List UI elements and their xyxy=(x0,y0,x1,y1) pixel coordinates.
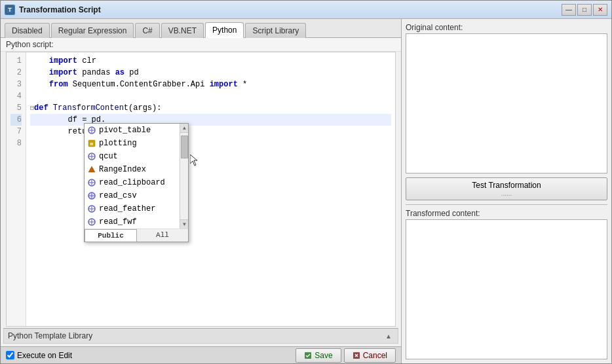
ac-item-read-fwf[interactable]: read_fwf xyxy=(85,215,188,228)
ac-label-read-csv: read_csv xyxy=(99,191,137,200)
execute-on-edit-label[interactable]: Execute on Edit xyxy=(6,351,72,360)
transformed-content-section: Transformed content: xyxy=(406,209,607,359)
ac-scroll-thumb[interactable] xyxy=(181,136,188,158)
autocomplete-list[interactable]: pivot_table m plotting xyxy=(85,124,188,228)
ac-label-rangeindex: RangeIndex xyxy=(99,165,146,174)
main-content: Disabled Regular Expression C# VB.NET Py… xyxy=(1,19,611,363)
script-label: Python script: xyxy=(1,38,401,52)
code-line-2: import pandas as pd xyxy=(30,67,391,79)
tabs-bar: Disabled Regular Expression C# VB.NET Py… xyxy=(1,19,401,38)
ac-icon-module: m xyxy=(87,139,96,148)
ac-label-read-clipboard: read_clipboard xyxy=(99,178,165,187)
ac-scroll-up[interactable]: ▲ xyxy=(180,124,188,133)
ac-label-read-fwf: read_fwf xyxy=(99,217,137,227)
cancel-button[interactable]: Cancel xyxy=(344,348,396,363)
right-panel: Original content: Test Transformation ..… xyxy=(402,19,611,363)
title-bar: T Transformation Script — □ ✕ xyxy=(1,1,611,19)
bottom-strip: Execute on Edit Save xyxy=(1,346,401,363)
ac-item-rangeindex[interactable]: RangeIndex xyxy=(85,163,188,176)
code-line-1: import clr xyxy=(30,55,391,67)
main-window: T Transformation Script — □ ✕ Disabled R… xyxy=(0,0,612,364)
tab-regex[interactable]: Regular Expression xyxy=(51,23,134,38)
ac-icon-read-clipboard xyxy=(87,178,96,187)
ac-tab-public[interactable]: Public xyxy=(85,229,137,242)
window-title: Transformation Script xyxy=(19,5,558,14)
original-content-section: Original content: xyxy=(406,23,607,173)
tab-python[interactable]: Python xyxy=(205,22,244,38)
window-controls: — □ ✕ xyxy=(562,4,607,16)
ac-item-plotting[interactable]: m plotting xyxy=(85,137,188,150)
svg-text:m: m xyxy=(90,141,94,147)
test-btn-dots: ...... xyxy=(413,190,600,197)
tab-script-library[interactable]: Script Library xyxy=(245,23,306,38)
ac-icon-read-feather xyxy=(87,204,96,213)
close-button[interactable]: ✕ xyxy=(593,4,607,16)
ac-label-pivot-table: pivot_table xyxy=(99,126,151,135)
ac-item-read-csv[interactable]: read_csv xyxy=(85,189,188,202)
library-label: Python Template Library xyxy=(8,331,383,340)
ac-label-qcut: qcut xyxy=(99,152,118,161)
code-editor[interactable]: 1 2 3 4 5 6 7 8 import clr import pandas… xyxy=(6,52,396,327)
left-panel: Disabled Regular Expression C# VB.NET Py… xyxy=(1,19,402,363)
ac-icon-pivot xyxy=(87,126,96,135)
original-content-box[interactable] xyxy=(406,33,607,173)
code-line-5: ⊟def TransformContent(args): xyxy=(30,102,391,114)
ac-item-read-clipboard[interactable]: read_clipboard xyxy=(85,176,188,189)
save-icon xyxy=(304,352,312,359)
ac-item-read-feather[interactable]: read_feather xyxy=(85,202,188,215)
ac-scrollbar: ▲ ▼ xyxy=(180,124,188,228)
ac-tab-all[interactable]: All xyxy=(137,229,188,242)
ac-icon-class xyxy=(87,165,96,174)
save-button[interactable]: Save xyxy=(296,348,341,363)
tab-vbnet[interactable]: VB.NET xyxy=(161,23,204,38)
ac-label-read-feather: read_feather xyxy=(99,204,155,213)
minimize-button[interactable]: — xyxy=(562,4,576,16)
autocomplete-dropdown: pivot_table m plotting xyxy=(84,123,189,242)
test-transformation-button[interactable]: Test Transformation ...... xyxy=(406,177,607,200)
tab-csharp[interactable]: C# xyxy=(135,23,159,38)
code-content[interactable]: import clr import pandas as pd from Sequ… xyxy=(26,52,395,326)
cancel-icon xyxy=(353,352,360,359)
ac-footer: Public All xyxy=(85,228,188,242)
maximize-button[interactable]: □ xyxy=(577,4,592,16)
collapse-button[interactable]: ▲ xyxy=(383,331,394,341)
svg-marker-10 xyxy=(88,166,95,172)
ac-icon-read-csv xyxy=(87,191,96,200)
ac-scroll-down[interactable]: ▼ xyxy=(180,219,188,228)
separator xyxy=(406,204,607,205)
code-line-4 xyxy=(30,90,391,102)
ac-item-qcut[interactable]: qcut xyxy=(85,150,188,163)
ac-item-pivot-table[interactable]: pivot_table xyxy=(85,124,188,137)
original-label: Original content: xyxy=(406,23,607,32)
ac-label-plotting: plotting xyxy=(99,139,137,148)
app-icon: T xyxy=(5,5,15,15)
transformed-label: Transformed content: xyxy=(406,209,607,218)
action-buttons: Save Cancel xyxy=(296,348,396,363)
ac-icon-read-fwf xyxy=(87,217,96,227)
code-line-3: from Sequentum.ContentGrabber.Api import… xyxy=(30,79,391,90)
tab-disabled[interactable]: Disabled xyxy=(5,23,50,38)
line-numbers: 1 2 3 4 5 6 7 8 xyxy=(7,52,26,326)
execute-on-edit-checkbox[interactable] xyxy=(6,351,14,359)
library-bar: Python Template Library ▲ xyxy=(3,328,398,344)
transformed-content-box[interactable] xyxy=(406,219,607,359)
ac-icon-qcut xyxy=(87,152,96,161)
svg-text:T: T xyxy=(8,7,12,13)
